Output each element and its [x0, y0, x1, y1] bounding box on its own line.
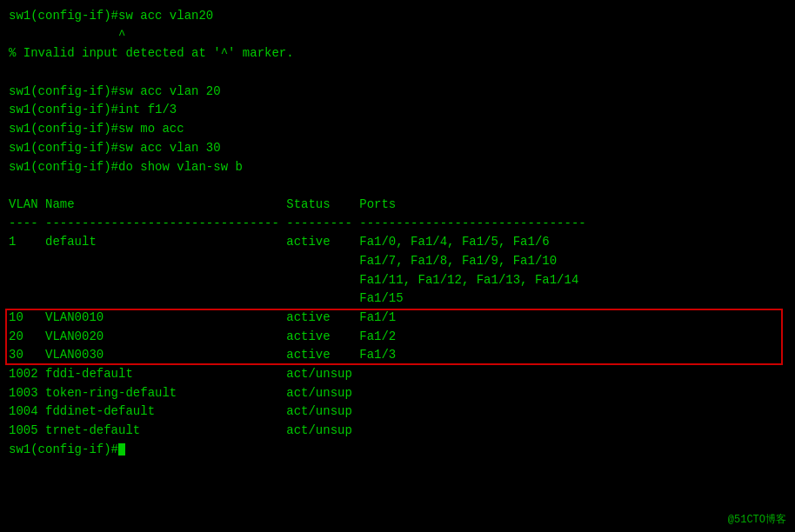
line-7: sw1(config-if)#sw mo acc	[9, 120, 786, 139]
line-8: sw1(config-if)#sw acc vlan 30	[9, 139, 786, 158]
vlan-row-30: 30 VLAN0030 active Fa1/3	[9, 346, 786, 365]
highlighted-vlan-section: 10 VLAN0010 active Fa1/1 20 VLAN0020 act…	[9, 309, 786, 365]
vlan-table-header: VLAN Name Status Ports	[9, 196, 786, 215]
line-3: % Invalid input detected at '^' marker.	[9, 44, 786, 63]
line-5: sw1(config-if)#sw acc vlan 20	[9, 83, 786, 102]
line-2: ^	[9, 26, 786, 45]
vlan-row-1004: 1004 fddinet-default act/unsup	[9, 402, 786, 422]
vlan-table-separator: ---- -------------------------------- --…	[9, 215, 786, 234]
line-1: sw1(config-if)#sw acc vlan20	[9, 7, 786, 26]
line-9: sw1(config-if)#do show vlan-sw b	[9, 158, 786, 177]
prompt-line[interactable]: sw1(config-if)#	[9, 441, 786, 460]
watermark: @51CTO博客	[728, 512, 786, 527]
line-4	[9, 63, 786, 83]
vlan-row-1-ports-3: Fa1/11, Fa1/12, Fa1/13, Fa1/14	[9, 271, 786, 290]
vlan-row-1-ports-4: Fa1/15	[9, 289, 786, 309]
line-10	[9, 176, 786, 196]
vlan-row-1: 1 default active Fa1/0, Fa1/4, Fa1/5, Fa…	[9, 233, 786, 252]
vlan-row-1003: 1003 token-ring-default act/unsup	[9, 384, 786, 403]
vlan-row-1-ports-2: Fa1/7, Fa1/8, Fa1/9, Fa1/10	[9, 252, 786, 271]
vlan-row-10: 10 VLAN0010 active Fa1/1	[9, 309, 786, 328]
line-6: sw1(config-if)#int f1/3	[9, 101, 786, 120]
cursor	[118, 443, 125, 456]
terminal-window: sw1(config-if)#sw acc vlan20 ^ % Invalid…	[0, 0, 795, 532]
terminal-content: sw1(config-if)#sw acc vlan20 ^ % Invalid…	[9, 7, 786, 460]
vlan-row-1005: 1005 trnet-default act/unsup	[9, 422, 786, 441]
vlan-row-1002: 1002 fddi-default act/unsup	[9, 365, 786, 384]
vlan-row-20: 20 VLAN0020 active Fa1/2	[9, 328, 786, 347]
